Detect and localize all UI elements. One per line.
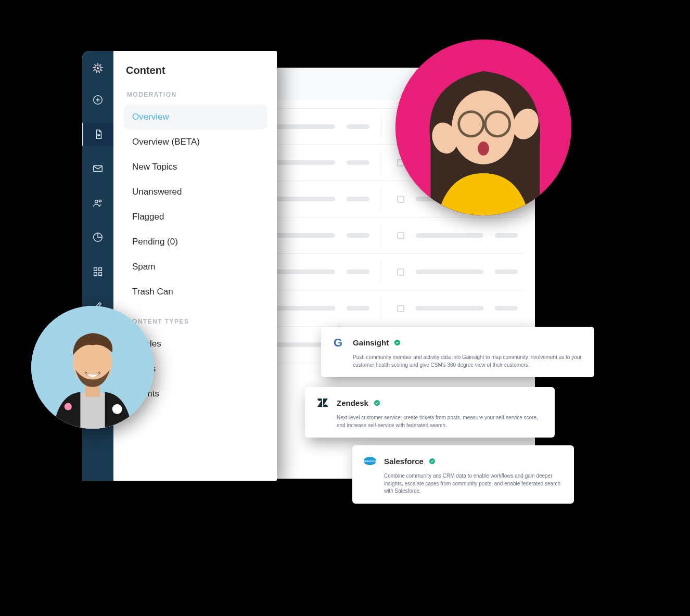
placeholder-text xyxy=(495,233,518,238)
row-checkbox[interactable] xyxy=(397,268,404,276)
salesforce-icon: salesforce xyxy=(362,453,378,469)
avatar-woman xyxy=(395,40,571,215)
placeholder-text xyxy=(416,306,483,311)
svg-rect-4 xyxy=(94,166,103,172)
svg-point-1 xyxy=(97,65,99,66)
column-separator xyxy=(381,297,381,320)
menu-item-overview[interactable]: Overview xyxy=(124,105,267,130)
section-header-moderation: MODERATION xyxy=(127,91,267,98)
mail-icon[interactable] xyxy=(88,157,107,180)
svg-rect-10 xyxy=(94,273,97,276)
table-row[interactable] xyxy=(267,217,523,254)
svg-point-6 xyxy=(99,200,101,202)
integration-card-salesforce[interactable]: salesforce Salesforce Combine community … xyxy=(352,445,574,504)
row-checkbox[interactable] xyxy=(397,196,404,203)
svg-rect-9 xyxy=(99,268,102,271)
placeholder-text xyxy=(267,124,335,129)
table-row[interactable] xyxy=(267,254,523,290)
svg-point-2 xyxy=(97,63,98,64)
verified-icon xyxy=(394,340,400,345)
placeholder-text xyxy=(416,233,483,238)
placeholder-text xyxy=(347,233,369,238)
document-icon[interactable] xyxy=(82,123,113,146)
menu-item-overview-beta[interactable]: Overview (BETA) xyxy=(124,130,267,155)
placeholder-text xyxy=(267,233,335,238)
placeholder-text xyxy=(416,270,483,274)
menu-item-pending[interactable]: Pending (0) xyxy=(124,229,267,254)
users-icon[interactable] xyxy=(88,191,107,214)
add-icon[interactable] xyxy=(88,88,107,111)
apps-icon[interactable] xyxy=(88,260,107,283)
placeholder-text xyxy=(495,306,518,311)
placeholder-text xyxy=(347,306,369,311)
svg-point-5 xyxy=(95,200,98,203)
column-separator xyxy=(381,151,381,174)
row-checkbox[interactable] xyxy=(397,305,404,312)
integration-description: Next-level customer service: create tick… xyxy=(337,414,545,429)
svg-point-22 xyxy=(112,404,122,414)
column-separator xyxy=(381,224,381,247)
panel-title: Content xyxy=(126,65,267,76)
placeholder-text xyxy=(267,306,335,311)
menu-item-unanswered[interactable]: Unanswered xyxy=(124,179,267,204)
avatar-man xyxy=(31,306,154,429)
svg-text:G: G xyxy=(334,336,342,349)
svg-point-21 xyxy=(65,403,72,410)
placeholder-text xyxy=(347,160,369,165)
zendesk-icon xyxy=(314,394,331,411)
row-checkbox[interactable] xyxy=(397,232,404,239)
column-separator xyxy=(381,115,381,138)
integration-card-gainsight[interactable]: G Gainsight Push community member and ac… xyxy=(321,327,594,377)
placeholder-text xyxy=(347,270,369,274)
placeholder-text xyxy=(267,197,335,201)
svg-rect-11 xyxy=(99,273,102,276)
verified-icon xyxy=(374,400,380,406)
placeholder-text xyxy=(347,124,369,129)
menu-item-flagged[interactable]: Flagged xyxy=(124,204,267,229)
app-logo-icon[interactable] xyxy=(89,59,107,77)
svg-point-17 xyxy=(478,142,489,156)
integration-description: Combine community ans CRM data to enable… xyxy=(384,472,565,495)
menu-item-spam[interactable]: Spam xyxy=(124,254,267,279)
menu-item-trash[interactable]: Trash Can xyxy=(124,279,267,304)
menu-item-new-topics[interactable]: New Topics xyxy=(124,155,267,179)
integration-title: Gainsight xyxy=(353,338,389,347)
gainsight-icon: G xyxy=(330,334,347,351)
placeholder-text xyxy=(267,270,335,274)
integration-description: Push community member and activity data … xyxy=(353,354,585,369)
column-separator xyxy=(381,261,381,284)
content-menu: Content MODERATION Overview Overview (BE… xyxy=(113,51,277,481)
placeholder-text xyxy=(495,270,518,274)
svg-rect-8 xyxy=(94,268,97,271)
svg-point-0 xyxy=(97,67,98,69)
analytics-icon[interactable] xyxy=(88,226,107,249)
table-row[interactable] xyxy=(267,290,523,327)
svg-text:salesforce: salesforce xyxy=(364,459,376,463)
verified-icon xyxy=(429,458,435,464)
column-separator xyxy=(381,188,381,211)
integration-title: Zendesk xyxy=(337,399,368,407)
placeholder-text xyxy=(347,197,369,201)
integration-card-zendesk[interactable]: Zendesk Next-level customer service: cre… xyxy=(305,387,555,438)
section-header-content-types: CONTENT TYPES xyxy=(127,318,267,325)
placeholder-text xyxy=(267,160,335,165)
integration-title: Salesforce xyxy=(384,457,424,466)
